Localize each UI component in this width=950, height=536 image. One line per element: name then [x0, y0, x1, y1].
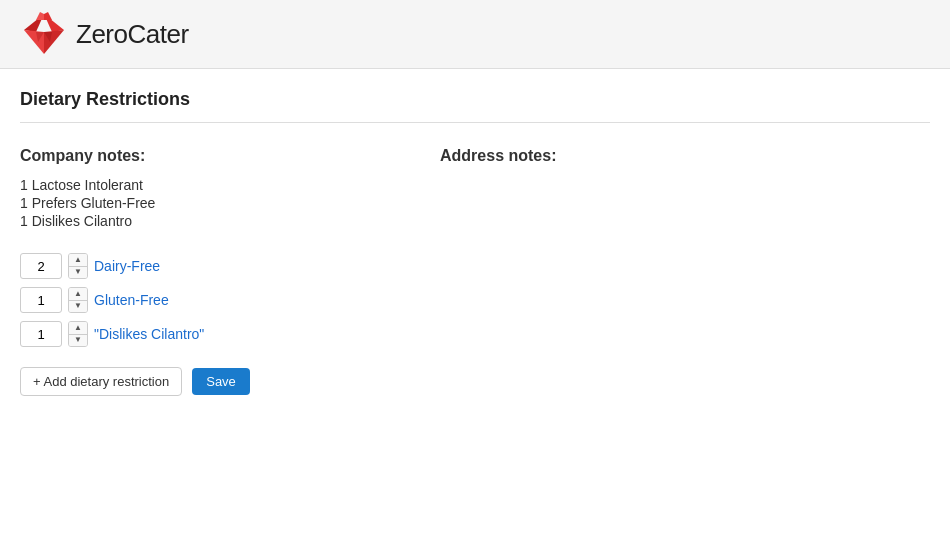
restriction-label-gluten-free[interactable]: Gluten-Free — [94, 292, 169, 308]
column-right: Address notes: — [440, 147, 930, 396]
qty-input-gluten-free[interactable] — [20, 287, 62, 313]
qty-input-dairy-free[interactable] — [20, 253, 62, 279]
logo-container: ZeroCater — [20, 12, 189, 56]
spinner-down-dairy-free[interactable]: ▼ — [69, 267, 87, 279]
restriction-label-dislikes-cilantro[interactable]: "Dislikes Cilantro" — [94, 326, 204, 342]
restriction-row-dairy-free: ▲ ▼ Dairy-Free — [20, 253, 400, 279]
header: ZeroCater — [0, 0, 950, 69]
column-left: Company notes: 1 Lactose Intolerant 1 Pr… — [20, 147, 400, 396]
spinner-up-dairy-free[interactable]: ▲ — [69, 254, 87, 267]
list-item: 1 Prefers Gluten-Free — [20, 195, 400, 211]
svg-marker-6 — [36, 12, 44, 20]
list-item: 1 Lactose Intolerant — [20, 177, 400, 193]
save-button[interactable]: Save — [192, 368, 250, 395]
company-notes-heading: Company notes: — [20, 147, 400, 165]
restrictions-list: ▲ ▼ Dairy-Free ▲ ▼ Gluten-Free — [20, 253, 400, 347]
main-content: Dietary Restrictions Company notes: 1 La… — [0, 69, 950, 416]
list-item: 1 Dislikes Cilantro — [20, 213, 400, 229]
spinner-up-dislikes-cilantro[interactable]: ▲ — [69, 322, 87, 335]
spinner-dairy-free: ▲ ▼ — [68, 253, 88, 279]
spinner-dislikes-cilantro: ▲ ▼ — [68, 321, 88, 347]
page-title: Dietary Restrictions — [20, 89, 930, 123]
spinner-gluten-free: ▲ ▼ — [68, 287, 88, 313]
qty-input-dislikes-cilantro[interactable] — [20, 321, 62, 347]
columns: Company notes: 1 Lactose Intolerant 1 Pr… — [20, 147, 930, 396]
logo-text: ZeroCater — [76, 19, 189, 50]
svg-marker-7 — [44, 12, 52, 20]
logo-icon — [20, 12, 68, 56]
restriction-row-gluten-free: ▲ ▼ Gluten-Free — [20, 287, 400, 313]
spinner-down-gluten-free[interactable]: ▼ — [69, 301, 87, 313]
add-dietary-restriction-button[interactable]: + Add dietary restriction — [20, 367, 182, 396]
company-notes-list: 1 Lactose Intolerant 1 Prefers Gluten-Fr… — [20, 177, 400, 229]
spinner-down-dislikes-cilantro[interactable]: ▼ — [69, 335, 87, 347]
action-bar: + Add dietary restriction Save — [20, 367, 400, 396]
restriction-row-dislikes-cilantro: ▲ ▼ "Dislikes Cilantro" — [20, 321, 400, 347]
restriction-label-dairy-free[interactable]: Dairy-Free — [94, 258, 160, 274]
address-notes-heading: Address notes: — [440, 147, 930, 165]
spinner-up-gluten-free[interactable]: ▲ — [69, 288, 87, 301]
